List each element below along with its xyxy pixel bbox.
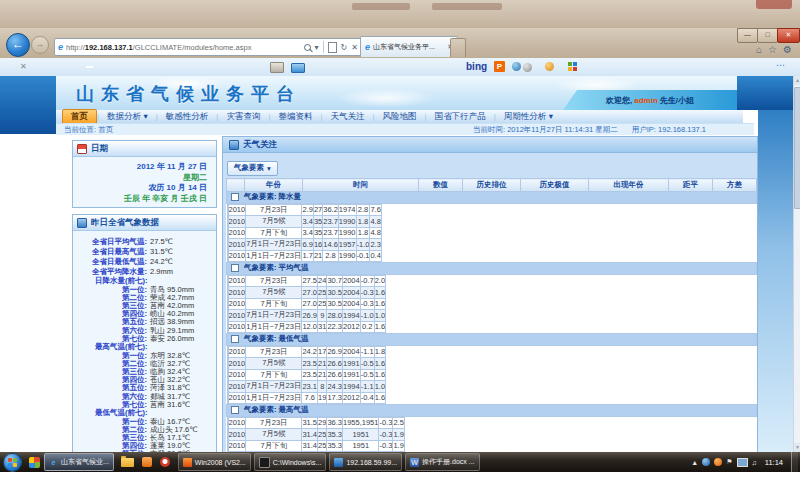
camera-icon[interactable] <box>545 62 554 71</box>
explorer-folder-icon[interactable] <box>121 458 134 467</box>
table-row[interactable]: 20107月1日~7月23日26.9928.01994-1.01.0 <box>227 310 386 322</box>
table-row[interactable]: 20107月23日27.52430.72004-0.72.0 <box>227 275 386 287</box>
messenger-icon[interactable] <box>512 62 521 71</box>
home-icon[interactable]: ⌂ <box>756 44 762 56</box>
start-button[interactable] <box>3 453 22 472</box>
date-panel-title: 日期 <box>91 143 108 155</box>
search-icon[interactable] <box>304 44 311 51</box>
taskbar-window-label: C:\Windows\s... <box>273 459 322 466</box>
stop-icon[interactable]: ✕ <box>351 43 358 52</box>
table-row[interactable]: 20107月23日24.21726.92004-1.11.8 <box>227 346 386 358</box>
vertical-scrollbar[interactable]: ▲ ▼ <box>793 76 800 452</box>
taskbar-window-vm[interactable]: Win2008 (VS2... <box>178 453 251 471</box>
back-button[interactable]: ← <box>6 33 30 57</box>
tray-up-arrow-icon[interactable]: ▲ <box>691 459 698 466</box>
scroll-down-icon[interactable]: ▼ <box>794 443 800 452</box>
tray-app-icon[interactable] <box>714 458 722 466</box>
stats-body: 全省日平均气温:27.5℃全省日最高气温:31.5℃全省日最低气温:24.2℃全… <box>73 231 216 452</box>
maximize-button[interactable]: □ <box>757 28 778 43</box>
mail-send-icon[interactable] <box>291 63 305 73</box>
table-row[interactable]: 20107月5候3.43523.719901.84.8 <box>227 216 381 228</box>
table-row[interactable]: 20107月下旬3.43523.719901.84.8 <box>227 227 381 239</box>
toolbar-close-icon[interactable]: ✕ <box>20 62 27 71</box>
scrollbar-thumb[interactable] <box>794 87 800 209</box>
group-checkbox[interactable] <box>231 406 239 414</box>
minimize-button[interactable]: — <box>737 28 758 43</box>
chevron-down-icon: ▾ <box>267 164 271 173</box>
date-panel-body: 2012 年 11 月 27 日 星期二 农历 10 月 14 日 壬辰 年 辛… <box>73 157 216 204</box>
p-app-icon[interactable]: P <box>494 61 505 72</box>
nav-item-6[interactable]: 天气关注 <box>323 110 373 124</box>
element-dropdown-label: 气象要素 <box>234 163 264 173</box>
status-row: 当前位置: 首页 当前时间: 2012年11月27日 11:14:31 星期二 … <box>56 123 754 135</box>
scroll-up-icon[interactable]: ▲ <box>794 76 800 85</box>
group-header-row[interactable]: 气象要素: 最低气温 <box>227 334 757 346</box>
table-row[interactable]: 20101月1日~7月23日12.03122.320120.21.6 <box>227 321 386 333</box>
taskbar-window-rdp[interactable]: 192.168.59.99... <box>329 453 402 471</box>
banner-left-block <box>0 76 56 134</box>
table-row[interactable]: 20107月23日2.92736.219742.87.6 <box>227 204 381 216</box>
printer-icon[interactable] <box>270 62 284 73</box>
volume-speaker-icon[interactable]: ♫ <box>752 459 757 466</box>
group-checkbox[interactable] <box>231 193 239 201</box>
new-tab-button[interactable] <box>450 38 466 57</box>
taskbar-window-cmd[interactable]: C:\Windows\s... <box>254 453 327 471</box>
table-row[interactable]: 20107月5候23.52126.61991-0.51.6 <box>227 358 386 370</box>
taskbar-clock[interactable]: 11:14 <box>761 458 787 467</box>
cmd-icon <box>259 457 270 468</box>
media-app-icon[interactable] <box>142 457 152 467</box>
search-dropdown-icon[interactable]: ▾ <box>315 43 319 52</box>
nav-item-5[interactable]: 整编资料 <box>270 110 320 124</box>
column-header: 年份 <box>245 179 303 192</box>
table-row[interactable]: 20107月下旬31.42535.31951-0.31.9 <box>227 440 404 452</box>
welcome-prefix: 欢迎您, <box>606 95 632 106</box>
nav-item-9[interactable]: 周期性分析 ▾ <box>496 110 561 124</box>
weather-focus-header: 天气关注 <box>222 136 758 153</box>
tray-network-globe-icon[interactable] <box>702 458 710 466</box>
group-header-row[interactable]: 气象要素: 平均气温 <box>227 263 757 275</box>
user-ip-label: 用户IP: 192.168.137.1 <box>632 125 706 135</box>
forward-button[interactable]: → <box>31 36 49 54</box>
address-bar[interactable]: e http://192.168.137.1/GLCCLIMATE/module… <box>54 38 362 56</box>
tools-gear-icon[interactable]: ⚙ <box>783 44 792 56</box>
nav-item-3[interactable]: 敏感性分析 <box>158 110 217 124</box>
browser-tab[interactable]: e 山东省气候业务平... ✕ <box>360 36 458 57</box>
group-header-row[interactable]: 气象要素: 降水量 <box>227 192 757 204</box>
apps-grid-icon[interactable] <box>568 62 577 71</box>
date-panel-header: 日期 <box>73 141 216 157</box>
show-desktop-button[interactable] <box>791 452 798 472</box>
group-header-row[interactable]: 气象要素: 最高气温 <box>227 405 757 417</box>
table-row[interactable]: 20107月23日31.52936.31955,1951-0.32.5 <box>227 417 404 429</box>
calendar-icon <box>77 144 87 154</box>
action-center-flag-icon[interactable]: ⚑ <box>726 458 732 466</box>
compatibility-icon[interactable] <box>328 42 337 53</box>
table-row[interactable]: 20107月1日~7月23日6.91614.61957-1.02.3 <box>227 239 381 251</box>
table-row[interactable]: 20107月下旬23.52126.61991-0.51.6 <box>227 369 386 381</box>
group-checkbox[interactable] <box>231 264 239 272</box>
favorites-star-icon[interactable]: ☆ <box>768 44 777 56</box>
refresh-icon[interactable]: ↻ <box>341 43 348 52</box>
nav-item-4[interactable]: 灾害查询 <box>218 110 268 124</box>
table-row[interactable]: 20107月下旬27.02530.52004-0.31.6 <box>227 298 386 310</box>
group-checkbox[interactable] <box>231 335 239 343</box>
quick-launch-icon[interactable] <box>29 457 40 468</box>
table-row[interactable]: 20107月5候31.42535.31951-0.31.9 <box>227 429 404 441</box>
table-row[interactable]: 20107月5候27.02530.52004-0.31.6 <box>227 287 386 299</box>
taskbar-window-ie[interactable]: e山东省气候业... <box>44 453 114 471</box>
close-button[interactable]: ✕ <box>777 28 800 43</box>
nav-item-2[interactable]: 数据分析 ▾ <box>99 110 156 124</box>
table-row[interactable]: 20101月1日~7月23日7.61917.32012-0.41.6 <box>227 392 386 404</box>
table-row[interactable]: 20107月1日~7月23日23.1824.31994-1.11.0 <box>227 381 386 393</box>
overflow-dots-icon[interactable]: ⋯ <box>776 60 786 70</box>
player-app-icon[interactable] <box>160 457 170 467</box>
ganzhi-date: 壬辰 年 辛亥 月 壬戌 日 <box>73 194 207 205</box>
taskbar-window-word[interactable]: W操作手册.docx ... <box>405 453 480 471</box>
network-monitor-icon[interactable] <box>737 458 748 467</box>
element-dropdown-button[interactable]: 气象要素 ▾ <box>227 161 278 176</box>
table-header-row: 年份时间数值历史排位历史极值出现年份距平方差 <box>227 179 757 192</box>
table-row[interactable]: 20101月1日~7月23日1.7212.81990-0.10.4 <box>227 250 381 262</box>
nav-item-8[interactable]: 国省下行产品 <box>427 110 494 124</box>
bing-logo[interactable]: bing <box>466 61 487 72</box>
nav-item-7[interactable]: 风险地图 <box>375 110 425 124</box>
contact-icon[interactable] <box>523 63 532 72</box>
